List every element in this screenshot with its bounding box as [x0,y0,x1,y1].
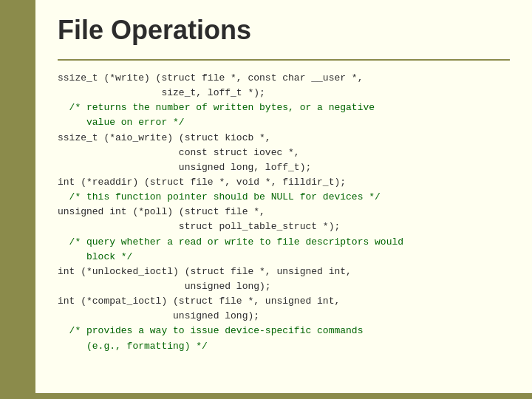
code-line: const struct iovec *, [58,146,510,160]
code-line: value on error */ [58,115,510,130]
title-divider [58,59,510,61]
slide: File Operations ssize_t (*write) (struct… [0,0,532,399]
code-line: unsigned int (*poll) (struct file *, [58,205,510,219]
bottom-bar [35,393,532,399]
code-line: ssize_t (*aio_write) (struct kiocb *, [58,131,510,146]
code-line: block */ [58,250,510,265]
slide-content: File Operations ssize_t (*write) (struct… [35,0,532,393]
code-line: unsigned long, loff_t); [58,160,510,175]
code-line: /* query whether a read or write to file… [58,235,510,250]
code-line: ssize_t (*write) (struct file *, const c… [58,71,510,86]
code-line: unsigned long); [58,309,510,324]
code-line: /* this function pointer should be NULL … [58,190,510,205]
slide-title: File Operations [58,15,510,46]
code-line: unsigned long); [58,279,510,294]
code-line: int (*compat_ioctl) (struct file *, unsi… [58,294,510,309]
left-bar [0,0,35,399]
code-line: int (*unlocked_ioctl) (struct file *, un… [58,265,510,279]
code-line: (e.g., formatting) */ [58,339,510,354]
code-line: size_t, loff_t *); [58,86,510,100]
code-line: int (*readdir) (struct file *, void *, f… [58,175,510,190]
code-line: /* provides a way to issue device-specif… [58,324,510,338]
code-block: ssize_t (*write) (struct file *, const c… [58,71,510,354]
code-line: /* returns the number of written bytes, … [58,100,510,115]
code-line: struct poll_table_struct *); [58,219,510,234]
